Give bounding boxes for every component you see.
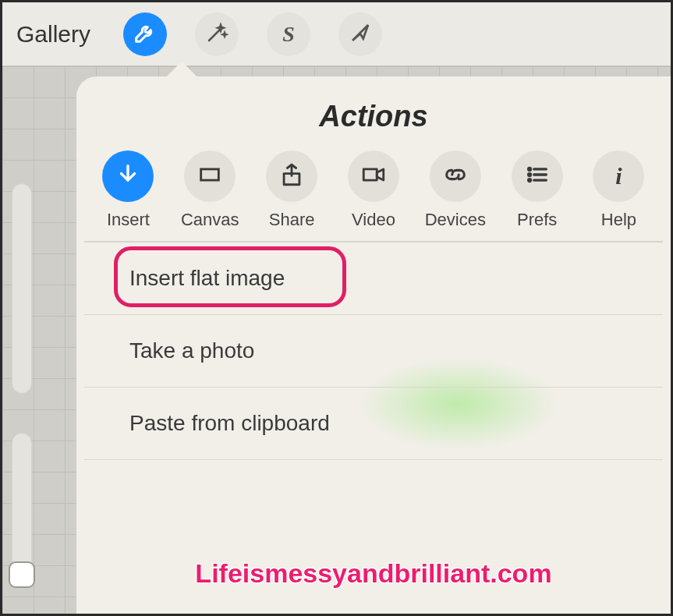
actions-popover: Actions Insert Canvas [76,76,671,614]
slider-thumb[interactable] [9,561,35,588]
tab-label: Devices [425,210,486,230]
svg-rect-0 [201,169,219,180]
svg-point-4 [528,174,530,176]
info-i-icon: i [615,163,622,189]
wrench-icon [133,21,157,48]
tab-label: Video [352,210,395,230]
tab-video[interactable]: Video [337,150,410,230]
share-icon [278,161,305,191]
tab-label: Insert [107,210,150,230]
tab-label: Prefs [517,210,557,230]
video-camera-icon [360,161,387,191]
opacity-slider[interactable] [12,433,32,573]
watermark-text: Lifeismessyandbrilliant.com [76,558,671,589]
tab-insert[interactable]: Insert [91,150,165,230]
magic-wand-icon [205,21,228,48]
menu-insert-flat-image[interactable]: Insert flat image [84,242,663,315]
tab-prefs[interactable]: Prefs [501,150,574,230]
tab-help[interactable]: i Help [582,150,655,230]
selection-tool-button[interactable]: S [267,12,310,56]
popover-title: Actions [84,100,663,133]
actions-tab-row: Insert Canvas Share [84,147,663,242]
tab-label: Share [269,210,315,230]
tab-devices[interactable]: Devices [419,150,492,230]
actions-tool-button[interactable] [123,12,167,56]
menu-take-a-photo[interactable]: Take a photo [84,315,663,388]
tab-label: Help [601,210,636,230]
adjustments-tool-button[interactable] [195,12,239,56]
download-arrow-icon [115,161,141,191]
tab-share[interactable]: Share [255,150,328,230]
top-toolbar: Gallery S [2,2,671,66]
menu-paste-from-clipboard[interactable]: Paste from clipboard [84,388,663,460]
tab-label: Canvas [181,210,239,230]
svg-rect-2 [363,169,377,180]
svg-point-5 [528,179,530,182]
list-icon [524,161,551,191]
selection-s-icon: S [282,22,295,47]
tab-canvas[interactable]: Canvas [173,150,246,230]
gallery-button[interactable]: Gallery [16,21,90,48]
brush-size-slider[interactable] [12,183,32,394]
link-icon [442,161,469,191]
arrow-cursor-icon [349,21,372,48]
rectangle-icon [197,161,223,191]
transform-tool-button[interactable] [338,12,382,56]
insert-menu-list: Insert flat image Take a photo Paste fro… [84,242,663,460]
svg-point-3 [528,168,530,171]
